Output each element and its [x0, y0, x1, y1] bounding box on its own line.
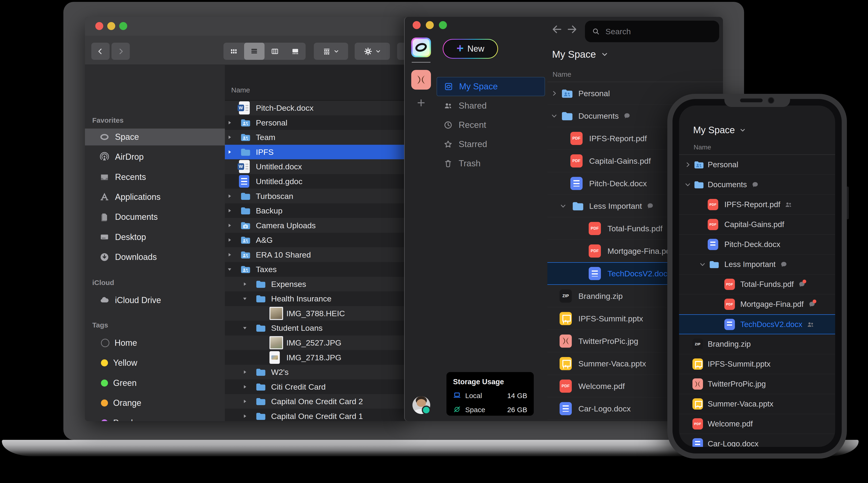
finder-row-capital-one-credit-card-2[interactable]: Capital One Credit Card 2 — [225, 394, 407, 409]
file-name: TwitterProPic.jpg — [708, 380, 766, 388]
file-name: Capital-Gains.pdf — [724, 220, 784, 229]
phone-row-personal[interactable]: Personal — [679, 155, 835, 175]
search-bar[interactable] — [585, 21, 719, 42]
finder-row-capital-one-credit-card-1[interactable]: Capital One Credit Card 1 — [225, 409, 407, 421]
user-avatar[interactable] — [412, 396, 430, 414]
file-name: Health Insurance — [271, 294, 332, 303]
finder-row-personal[interactable]: Personal — [225, 116, 407, 130]
sidebar-item-space[interactable]: Space — [85, 129, 225, 146]
phone-row-summer-vaca-pptx[interactable]: Summer-Vaca.pptx — [679, 394, 835, 414]
finder-titlebar[interactable] — [85, 17, 407, 36]
sidebar-item-home[interactable]: Home — [85, 334, 225, 351]
close-window-button[interactable] — [95, 22, 103, 30]
nav-item-recent[interactable]: Recent — [437, 116, 545, 135]
phone-row-capital-gains-pdf[interactable]: PDFCapital-Gains.pdf — [679, 215, 835, 234]
file-name: Student Loans — [271, 323, 322, 333]
close-window-button[interactable] — [413, 21, 421, 29]
comment-icon — [646, 202, 654, 210]
nav-item-trash[interactable]: Trash — [437, 154, 545, 173]
sidebar-item-airdrop[interactable]: AirDrop — [85, 149, 225, 165]
minimize-window-button[interactable] — [107, 22, 115, 30]
nav-item-shared[interactable]: Shared — [437, 96, 545, 116]
history-back-button[interactable] — [551, 24, 563, 35]
finder-row-taxes[interactable]: Taxes — [225, 262, 407, 277]
phone-row-documents[interactable]: Documents — [679, 175, 835, 195]
finder-row-era-10-shared[interactable]: ERA 10 Shared — [225, 247, 407, 262]
tag-color-dot — [101, 380, 108, 387]
actions-gear-button[interactable] — [355, 43, 390, 60]
zoom-window-button[interactable] — [439, 21, 447, 29]
finder-row-student-loans[interactable]: Student Loans — [225, 321, 407, 335]
search-input[interactable] — [605, 27, 712, 36]
finder-row-untitled-gdoc[interactable]: Untitled.gdoc — [225, 174, 407, 189]
phone-row-ipfs-report-pdf[interactable]: PDFIPFS-Report.pdf — [679, 195, 835, 215]
group-by-button[interactable] — [314, 43, 348, 60]
file-name-group: Total-Funds.pdf — [740, 280, 805, 289]
finder-row-camera-uploads[interactable]: Camera Uploads — [225, 218, 407, 233]
finder-row-ipfs[interactable]: IPFS — [225, 145, 407, 160]
phone-row-branding-zip[interactable]: ZIPBranding.zip — [679, 334, 835, 354]
chevron-right-icon — [684, 161, 691, 168]
finder-sidebar: FavoritesSpaceAirDropRecentsApplications… — [85, 65, 225, 421]
finder-row-img-2718-jpg[interactable]: IMG_2718.JPG — [225, 350, 407, 365]
phone-screen: My Space Name PersonalDocumentsPDFIPFS-R… — [679, 105, 835, 447]
finder-row-a-g[interactable]: A&G — [225, 233, 407, 248]
sidebar-item-applications[interactable]: Applications — [85, 189, 225, 205]
space-title[interactable]: My Space — [552, 49, 609, 60]
zoom-window-button[interactable] — [119, 22, 127, 30]
file-name-group: Branding.zip — [708, 340, 751, 349]
chevron-down-icon — [739, 127, 746, 134]
add-workspace-button[interactable]: + — [411, 94, 431, 111]
phone-row-welcome-pdf[interactable]: PDFWelcome.pdf — [679, 414, 835, 434]
phone-row-total-funds-pdf[interactable]: PDFTotal-Funds.pdf — [679, 275, 835, 294]
finder-row-untitled-docx[interactable]: Untitled.docx — [225, 159, 407, 174]
finder-row-backup[interactable]: Backup — [225, 203, 407, 218]
history-forward-button[interactable] — [566, 24, 578, 35]
phone-row-twitterpropic-jpg[interactable]: TwitterProPic.jpg — [679, 374, 835, 394]
phone-row-mortgage-fina-pdf[interactable]: PDFMortgage-Fina.pdf — [679, 294, 835, 314]
phone-row-ipfs-summit-pptx[interactable]: IPFS-Summit.pptx — [679, 354, 835, 374]
workspace-avatar[interactable] — [411, 70, 431, 90]
forward-button[interactable] — [112, 43, 130, 60]
finder-row-expenses[interactable]: Expenses — [225, 277, 407, 292]
folder-icon — [254, 396, 267, 407]
phone-row-car-logo-docx[interactable]: Car-Logo.docx — [679, 434, 835, 447]
view-grid-button[interactable] — [223, 43, 244, 60]
view-columns-button[interactable] — [265, 43, 285, 60]
finder-row-turboscan[interactable]: Turboscan — [225, 189, 407, 203]
finder-row-w2-s[interactable]: W2's — [225, 365, 407, 380]
sidebar-item-documents[interactable]: Documents — [85, 208, 225, 225]
finder-row-img-3788-heic[interactable]: IMG_3788.HEIC — [225, 306, 407, 321]
phone-row-pitch-deck-docx[interactable]: Pitch-Deck.docx — [679, 234, 835, 255]
view-gallery-button[interactable] — [285, 43, 306, 60]
sidebar-item-purple[interactable]: Purple — [85, 415, 225, 421]
finder-row-citi-credit-card[interactable]: Citi Credit Card — [225, 379, 407, 394]
phone-space-title[interactable]: My Space — [693, 125, 746, 135]
sidebar-item-icloud-drive[interactable]: iCloud Drive — [85, 292, 225, 309]
nav-item-my-space[interactable]: My Space — [437, 77, 545, 96]
phone-row-less-important[interactable]: Less Important — [679, 255, 835, 275]
sidebar-item-recents[interactable]: Recents — [85, 169, 225, 186]
sidebar-item-downloads[interactable]: Downloads — [85, 249, 225, 265]
phone-row-techdocsv2-docx[interactable]: TechDocsV2.docx — [679, 314, 835, 334]
sidebar-item-desktop[interactable]: Desktop — [85, 229, 225, 246]
space-app-logo[interactable] — [411, 37, 431, 57]
finder-row-pitch-deck-docx[interactable]: Pitch-Deck.docx — [225, 101, 407, 116]
finder-row-team[interactable]: Team — [225, 130, 407, 145]
minimize-window-button[interactable] — [426, 21, 434, 29]
word-icon — [239, 101, 250, 115]
sidebar-item-label: Purple — [113, 418, 137, 421]
file-name-group: Summer-Vaca.pptx — [578, 359, 646, 368]
file-name: Total-Funds.pdf — [740, 280, 794, 289]
nav-item-starred[interactable]: Starred — [437, 135, 545, 154]
new-button[interactable]: + New — [443, 39, 498, 59]
sidebar-item-green[interactable]: Green — [85, 375, 225, 391]
sidebar-item-yellow[interactable]: Yellow — [85, 354, 225, 371]
sidebar-item-label: Home — [115, 338, 137, 348]
back-button[interactable] — [91, 43, 110, 60]
sidebar-item-label: Documents — [115, 212, 158, 222]
finder-row-health-insurance[interactable]: Health Insurance — [225, 291, 407, 306]
sidebar-item-orange[interactable]: Orange — [85, 394, 225, 412]
view-list-button[interactable] — [244, 43, 265, 60]
finder-row-img-2527-jpg[interactable]: IMG_2527.JPG — [225, 335, 407, 350]
